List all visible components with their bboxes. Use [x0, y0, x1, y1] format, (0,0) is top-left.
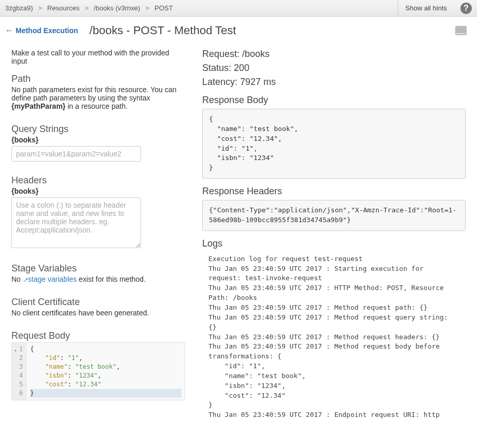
- query-strings-heading: Query Strings: [11, 124, 186, 135]
- logs-heading: Logs: [202, 238, 466, 249]
- external-link-icon: ↗: [23, 277, 28, 283]
- intro-text: Make a test call to your method with the…: [11, 49, 186, 65]
- response-body-heading: Response Body: [202, 95, 466, 106]
- page-header: ← Method Execution /books - POST - Metho…: [0, 17, 477, 39]
- breadcrumb: 3zgbza9) > Resources > /books (v3rnxe) >…: [5, 4, 398, 12]
- back-link[interactable]: ← Method Execution: [5, 26, 78, 35]
- back-link-label: Method Execution: [16, 26, 78, 35]
- request-body-editor[interactable]: 1▾23456 { "id": "1", "name": "test book"…: [11, 342, 185, 400]
- query-sublabel: {books}: [11, 136, 186, 144]
- page-title: /books - POST - Method Test: [90, 24, 455, 37]
- status-line: Status: 200: [202, 63, 466, 74]
- response-headers: {"Content-Type":"application/json","X-Am…: [202, 200, 466, 231]
- breadcrumb-bar: 3zgbza9) > Resources > /books (v3rnxe) >…: [0, 0, 477, 17]
- headers-input[interactable]: [11, 197, 141, 248]
- breadcrumb-item[interactable]: POST: [155, 4, 173, 12]
- path-desc-pre: No path parameters exist for this resour…: [11, 85, 176, 102]
- path-heading: Path: [11, 74, 186, 84]
- editor-gutter: 1▾23456: [12, 343, 27, 400]
- stage-variables-heading: Stage Variables: [11, 263, 186, 274]
- breadcrumb-item[interactable]: Resources: [47, 4, 79, 12]
- latency-line: Latency: 7927 ms: [202, 77, 466, 88]
- book-icon[interactable]: [455, 26, 467, 35]
- stage-link-text: stage variables: [28, 275, 77, 283]
- headers-sublabel: {books}: [11, 187, 186, 195]
- help-icon[interactable]: ?: [460, 3, 472, 14]
- request-line: Request: /books: [202, 49, 466, 60]
- headers-heading: Headers: [11, 175, 186, 186]
- arrow-left-icon: ←: [5, 26, 13, 35]
- chevron-right-icon: >: [38, 4, 42, 12]
- breadcrumb-item[interactable]: 3zgbza9): [5, 4, 33, 12]
- query-string-input[interactable]: [11, 146, 141, 162]
- path-description: No path parameters exist for this resour…: [11, 85, 186, 110]
- show-all-hints-button[interactable]: Show all hints: [398, 0, 454, 16]
- stage-variables-link[interactable]: ↗stage variables: [23, 275, 77, 283]
- stage-variables-desc: No ↗stage variables exist for this metho…: [11, 275, 186, 283]
- response-headers-heading: Response Headers: [202, 186, 466, 197]
- client-certificate-desc: No client certificates have been generat…: [11, 309, 186, 317]
- path-desc-post: in a resource path.: [65, 102, 128, 110]
- path-desc-param: {myPathParam}: [11, 102, 65, 110]
- response-body: { "name": "test book", "cost": "12.34", …: [202, 109, 466, 179]
- stage-desc-post: exist for this method.: [77, 275, 146, 283]
- breadcrumb-item[interactable]: /books (v3rnxe): [94, 4, 141, 12]
- request-body-heading: Request Body: [11, 330, 186, 341]
- stage-desc-pre: No: [11, 275, 23, 283]
- logs-output: Execution log for request test-request T…: [202, 252, 466, 422]
- chevron-right-icon: >: [145, 4, 149, 12]
- editor-content[interactable]: { "id": "1", "name": "test book", "isbn"…: [27, 343, 185, 400]
- chevron-right-icon: >: [85, 4, 89, 12]
- client-certificate-heading: Client Certificate: [11, 297, 186, 308]
